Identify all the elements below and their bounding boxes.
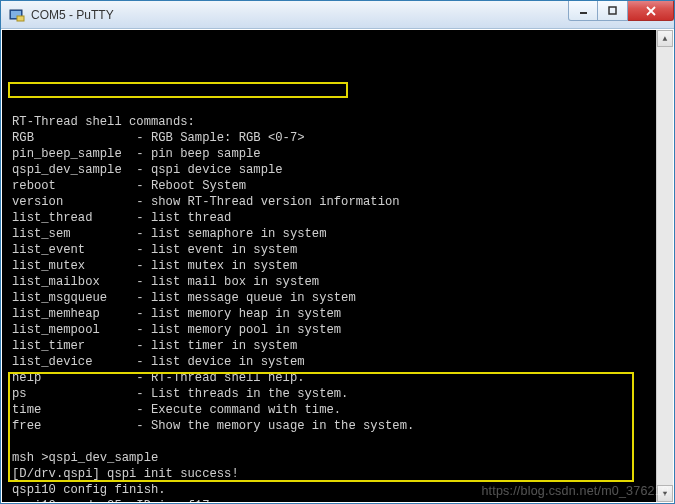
terminal-line: [D/drv.qspi] qspi init success! bbox=[12, 466, 667, 482]
terminal-line: time - Execute command with time. bbox=[12, 402, 667, 418]
scroll-down-icon[interactable]: ▼ bbox=[657, 485, 673, 502]
minimize-button[interactable] bbox=[568, 1, 598, 21]
putty-icon bbox=[9, 7, 25, 23]
terminal-line: list_event - list event in system bbox=[12, 242, 667, 258]
terminal-line: msh >qspi_dev_sample bbox=[12, 450, 667, 466]
terminal-line: list_msgqueue - list message queue in sy… bbox=[12, 290, 667, 306]
terminal-line: list_mailbox - list mail box in system bbox=[12, 274, 667, 290]
terminal-line: qspi_dev_sample - qspi device sample bbox=[12, 162, 667, 178]
terminal-line bbox=[12, 434, 667, 450]
scroll-track[interactable] bbox=[657, 47, 673, 485]
terminal-line: RT-Thread shell commands: bbox=[12, 114, 667, 130]
terminal-line: reboot - Reboot System bbox=[12, 178, 667, 194]
terminal-line: ps - List threads in the system. bbox=[12, 386, 667, 402]
close-button[interactable] bbox=[628, 1, 674, 21]
terminal-line: list_mempool - list memory pool in syste… bbox=[12, 322, 667, 338]
window-controls bbox=[568, 1, 674, 21]
terminal-line: list_sem - list semaphore in system bbox=[12, 226, 667, 242]
titlebar[interactable]: COM5 - PuTTY bbox=[1, 1, 674, 29]
terminal-line: list_thread - list thread bbox=[12, 210, 667, 226]
terminal-line: qspi10 read w25q ID is:ef17 bbox=[12, 498, 667, 503]
svg-rect-4 bbox=[609, 7, 616, 14]
terminal-line: version - show RT-Thread version informa… bbox=[12, 194, 667, 210]
terminal-line: pin_beep_sample - pin beep sample bbox=[12, 146, 667, 162]
terminal-line: list_memheap - list memory heap in syste… bbox=[12, 306, 667, 322]
terminal-line: RGB - RGB Sample: RGB <0-7> bbox=[12, 130, 667, 146]
window-title: COM5 - PuTTY bbox=[31, 8, 114, 22]
terminal[interactable]: RT-Thread shell commands:RGB - RGB Sampl… bbox=[1, 29, 674, 503]
terminal-line: list_device - list device in system bbox=[12, 354, 667, 370]
terminal-line: list_mutex - list mutex in system bbox=[12, 258, 667, 274]
scrollbar[interactable]: ▲ ▼ bbox=[656, 30, 673, 502]
terminal-line: qspi10 config finish. bbox=[12, 482, 667, 498]
terminal-line: help - RT-Thread shell help. bbox=[12, 370, 667, 386]
svg-rect-2 bbox=[17, 16, 24, 21]
maximize-button[interactable] bbox=[598, 1, 628, 21]
putty-window: COM5 - PuTTY RT-Thread shell commands:RG… bbox=[0, 0, 675, 504]
terminal-line: list_timer - list timer in system bbox=[12, 338, 667, 354]
terminal-line: free - Show the memory usage in the syst… bbox=[12, 418, 667, 434]
terminal-content: RT-Thread shell commands:RGB - RGB Sampl… bbox=[12, 114, 667, 503]
scroll-up-icon[interactable]: ▲ bbox=[657, 30, 673, 47]
highlight-qspi-cmd bbox=[8, 82, 348, 98]
